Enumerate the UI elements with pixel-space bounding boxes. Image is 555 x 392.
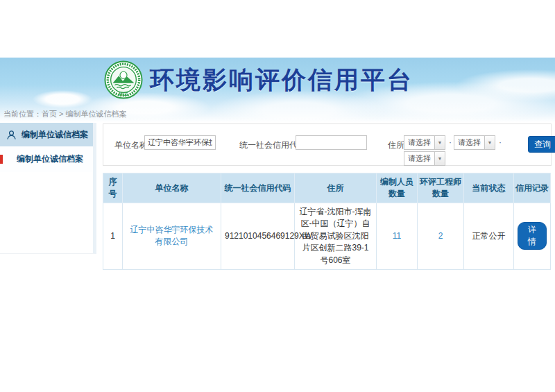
col-header-staff-count: 编制人员数量 [377,173,418,203]
col-header-credit-record: 信用记录 [514,173,551,203]
logo-text: MEE [119,92,128,96]
address-separator: · [449,137,452,147]
detail-button[interactable]: 详情 [518,222,547,250]
address-province-select[interactable]: 请选择 ▼ [404,135,445,150]
table-row: 1 辽宁中咨华宇环保技术有限公司 9121010456469129XW 辽宁省-… [103,203,551,270]
cell-credit-record: 详情 [514,203,551,270]
chevron-down-icon[interactable]: ▼ [434,136,445,149]
search-panel: 单位名称 ： 统一社会信用代码 ： 住所 ： 请选择 ▼ · 请选择 ▼ · 请… [103,123,552,166]
col-header-credit-code: 统一社会信用代码 [221,173,295,203]
breadcrumb-home-link[interactable]: 首页 [42,110,57,118]
cell-credit-code: 9121010456469129XW [221,203,295,270]
sidebar-item-label: 编制单位诚信档案 [17,153,83,165]
active-item-marker [0,155,3,164]
credit-code-input[interactable] [296,135,367,150]
chevron-down-icon[interactable]: ▼ [434,152,445,165]
col-header-engineer-count: 环评工程师数量 [418,173,464,203]
user-icon [6,130,17,140]
company-link[interactable]: 辽宁中咨华宇环保技术有限公司 [130,225,214,246]
mee-logo-icon: MEE [103,60,144,100]
site-title: 环境影响评价信用平台 [150,60,413,100]
sidebar: 编制单位诚信档案 编制单位诚信档案 [0,123,96,254]
cell-index: 1 [103,203,123,270]
cell-engineer-count: 2 [418,203,464,270]
table-header-row: 序号 单位名称 统一社会信用代码 住所 编制人员数量 环评工程师数量 当前状态 … [103,173,551,203]
cell-address: 辽宁省-沈阳市-浑南区-中国（辽宁）自由贸易试验区沈阳片区创新二路39-1号60… [295,203,377,270]
cell-unit-name: 辽宁中咨华宇环保技术有限公司 [123,203,221,270]
col-header-unit-name: 单位名称 [123,173,221,203]
address-separator: · [499,137,502,147]
col-header-index: 序号 [103,173,123,203]
staff-count-link[interactable]: 11 [393,231,401,241]
address-district-select[interactable]: 请选择 ▼ [404,151,445,166]
engineer-count-link[interactable]: 2 [438,231,443,241]
sidebar-section-header: 编制单位诚信档案 [0,123,93,146]
breadcrumb-label: 当前位置： [3,110,42,118]
page: MEE 环境影响评价信用平台 当前位置：首页 > 编制单位诚信档案 编制单位诚信… [0,0,555,392]
main-content: 单位名称 ： 统一社会信用代码 ： 住所 ： 请选择 ▼ · 请选择 ▼ · 请… [103,123,552,166]
sidebar-section-label: 编制单位诚信档案 [22,129,88,141]
header-banner: MEE 环境影响评价信用平台 当前位置：首页 > 编制单位诚信档案 [0,58,555,122]
col-header-status: 当前状态 [464,173,514,203]
chevron-down-icon[interactable]: ▼ [484,136,495,149]
results-table: 序号 单位名称 统一社会信用代码 住所 编制人员数量 环评工程师数量 当前状态 … [103,173,551,270]
breadcrumb-separator: > [57,110,66,118]
breadcrumb-current: 编制单位诚信档案 [66,110,127,118]
sidebar-item-credit-archive[interactable]: 编制单位诚信档案 [0,146,93,172]
search-button[interactable]: 查询 [528,136,555,153]
address-province-value: 请选择 [404,137,434,148]
address-city-value: 请选择 [454,137,484,148]
address-city-select[interactable]: 请选择 ▼ [454,135,495,150]
col-header-address: 住所 [295,173,377,203]
brand: MEE 环境影响评价信用平台 [103,60,413,100]
breadcrumb: 当前位置：首页 > 编制单位诚信档案 [3,109,127,119]
unit-name-input[interactable] [144,135,216,150]
address-district-value: 请选择 [404,153,434,164]
cell-staff-count: 11 [377,203,418,270]
cell-status: 正常公开 [464,203,514,270]
